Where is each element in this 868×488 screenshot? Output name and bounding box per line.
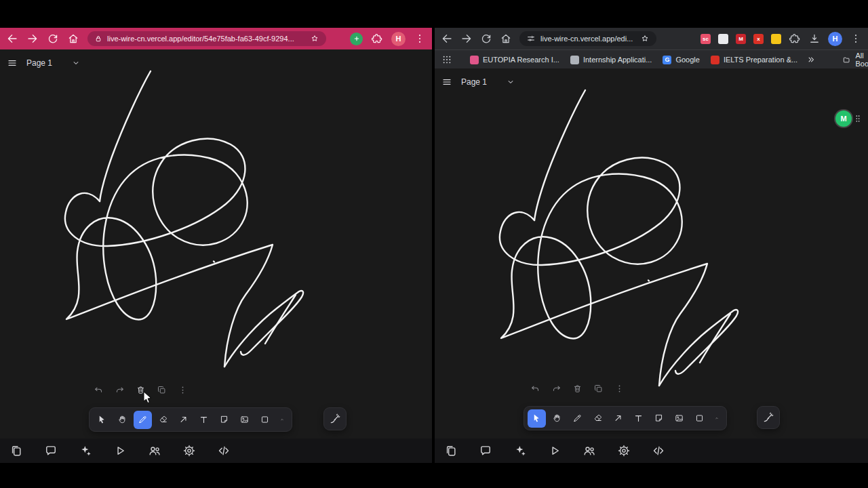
tool-text[interactable] — [629, 409, 648, 428]
back-button[interactable] — [6, 33, 18, 45]
duplicate-button[interactable] — [593, 384, 604, 394]
tool-select[interactable] — [528, 409, 546, 428]
comments-button[interactable] — [479, 444, 492, 458]
redo-button[interactable] — [551, 384, 561, 394]
tool-palette-expand-button[interactable] — [276, 411, 288, 429]
pages-menu-button[interactable] — [7, 58, 18, 68]
laser-tool-button[interactable] — [323, 407, 347, 430]
extension-icon[interactable] — [718, 34, 728, 44]
bookmark-favicon — [711, 56, 719, 64]
all-bookmarks-button[interactable]: All Bookmarks — [842, 52, 868, 68]
forward-button[interactable] — [26, 33, 39, 45]
code-button[interactable] — [217, 444, 231, 458]
bookmark-star-icon[interactable] — [640, 34, 650, 43]
tool-arrow[interactable] — [174, 411, 193, 429]
new-item-button[interactable] — [350, 33, 363, 45]
redo-button[interactable] — [115, 385, 125, 395]
stroke-dot — [648, 281, 649, 281]
home-button[interactable] — [500, 33, 512, 45]
bookmark-item[interactable]: EUTOPIA Research I... — [470, 56, 559, 64]
laser-tool-button[interactable] — [757, 406, 780, 429]
hand-icon — [552, 413, 562, 424]
history-toolbar — [94, 385, 188, 395]
back-button[interactable] — [441, 33, 453, 45]
tool-palette-expand-button[interactable] — [711, 409, 723, 428]
tool-text[interactable] — [195, 411, 213, 429]
code-button[interactable] — [652, 444, 665, 458]
more-options-button[interactable] — [178, 385, 188, 395]
tool-note[interactable] — [650, 409, 668, 428]
ai-assistant-button[interactable] — [79, 444, 92, 458]
download-icon — [808, 33, 821, 45]
stroke — [700, 314, 730, 363]
puzzle-icon — [789, 33, 801, 45]
extension-icon[interactable]: M — [736, 34, 746, 44]
bookmark-label: Google — [675, 56, 699, 64]
collaborators-button[interactable] — [148, 444, 161, 458]
tool-rectangle[interactable] — [256, 411, 274, 429]
bookmark-item[interactable]: G Google — [663, 56, 699, 64]
left-canvas[interactable]: Page 1 — [0, 49, 432, 439]
right-canvas[interactable]: Page 1 M — [435, 68, 868, 439]
left-url-bar[interactable]: live-wire-cn.vercel.app/editor/54e75fab-… — [87, 31, 326, 46]
home-button[interactable] — [67, 33, 79, 45]
sparkles-icon — [79, 444, 92, 458]
undo-button[interactable] — [94, 385, 104, 395]
reload-button[interactable] — [480, 33, 492, 45]
browser-menu-button[interactable] — [414, 33, 426, 45]
tool-hand[interactable] — [113, 411, 132, 429]
extension-icon[interactable]: x — [753, 34, 764, 44]
duplicate-button[interactable] — [157, 385, 167, 395]
pages-panel-button[interactable] — [9, 444, 23, 458]
page-dropdown[interactable]: Page 1 — [26, 58, 81, 68]
delete-button[interactable] — [572, 384, 583, 394]
bookmark-star-icon[interactable] — [310, 34, 319, 43]
tool-pencil[interactable] — [134, 411, 152, 429]
extensions-button[interactable] — [371, 33, 383, 45]
comments-button[interactable] — [44, 444, 58, 458]
bookmark-item[interactable]: Internship Applicati... — [570, 56, 652, 64]
site-info-icon[interactable] — [526, 34, 536, 43]
ai-assistant-button[interactable] — [513, 444, 527, 458]
eraser-icon — [593, 413, 603, 424]
tool-note[interactable] — [215, 411, 233, 429]
right-url-bar[interactable]: live-wire-cn.vercel.app/edi... — [519, 31, 656, 46]
settings-gear-icon — [617, 444, 631, 458]
settings-button[interactable] — [617, 444, 631, 458]
extensions-button[interactable] — [789, 33, 801, 45]
tool-pencil[interactable] — [568, 409, 587, 428]
code-icon — [217, 444, 231, 458]
undo-button[interactable] — [530, 384, 540, 394]
collaborators-button[interactable] — [583, 444, 596, 458]
present-button[interactable] — [113, 444, 127, 458]
pages-menu-button[interactable] — [441, 77, 452, 87]
grip-dots-icon[interactable] — [853, 114, 863, 123]
profile-avatar[interactable]: H — [828, 32, 842, 46]
tool-select[interactable] — [93, 411, 111, 429]
reload-button[interactable] — [47, 33, 59, 45]
profile-avatar[interactable]: H — [391, 32, 406, 46]
settings-button[interactable] — [182, 444, 196, 458]
all-bookmarks-label: All Bookmarks — [855, 52, 868, 68]
bookmarks-overflow-button[interactable] — [806, 55, 816, 64]
bookmark-item[interactable]: IELTS Preparation &... — [711, 56, 797, 64]
tool-rectangle[interactable] — [690, 409, 709, 428]
apps-grid-button[interactable] — [441, 54, 452, 65]
forward-button[interactable] — [460, 33, 473, 45]
page-dropdown[interactable]: Page 1 — [461, 77, 515, 87]
tool-hand[interactable] — [548, 409, 566, 428]
present-button[interactable] — [548, 444, 561, 458]
pages-panel-button[interactable] — [444, 444, 458, 458]
extension-icon[interactable]: sc — [701, 34, 711, 44]
tool-image[interactable] — [235, 411, 254, 429]
collaborator-avatar[interactable]: M — [835, 110, 852, 127]
tool-eraser[interactable] — [154, 411, 172, 429]
tool-arrow[interactable] — [609, 409, 627, 428]
more-options-button[interactable] — [614, 384, 625, 394]
tool-image[interactable] — [670, 409, 688, 428]
extension-icon[interactable] — [771, 34, 781, 44]
collaborator-widget[interactable]: M — [835, 110, 863, 127]
downloads-button[interactable] — [808, 33, 821, 45]
browser-menu-button[interactable] — [850, 33, 862, 45]
tool-eraser[interactable] — [589, 409, 607, 428]
